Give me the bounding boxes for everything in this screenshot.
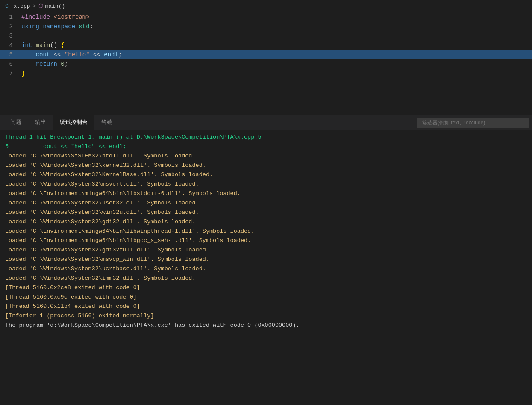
console-line-1: 5 cout << "hello" << endl; [3, 142, 532, 151]
line-num-5: 5 [0, 50, 21, 59]
tab-debug-console[interactable]: 调试控制台 [53, 115, 94, 130]
code-line-1: 1 #include <iostream> [0, 12, 532, 22]
console-line-14: Loaded 'C:\Windows\System32\ucrtbase.dll… [3, 264, 532, 274]
line-num-6: 6 [0, 59, 21, 69]
line-num-3: 3 [0, 31, 21, 41]
breadcrumb-function: main() [45, 3, 65, 9]
console-line-2: Loaded 'C:\Windows\SYSTEM32\ntdll.dll'. … [3, 151, 532, 161]
func-icon: ⬡ [38, 3, 43, 9]
tab-terminal[interactable]: 终端 [94, 115, 119, 130]
code-editor: 1 #include <iostream> 2 using namespace … [0, 12, 532, 115]
panel-tabs: 问题 输出 调试控制台 终端 [0, 115, 532, 130]
breadcrumb-file[interactable]: x.cpp [14, 3, 30, 9]
console-line-4: Loaded 'C:\Windows\System32\KernelBase.d… [3, 170, 532, 180]
line-num-2: 2 [0, 22, 21, 31]
code-line-3: 3 [0, 31, 532, 41]
console-line-7: Loaded 'C:\Windows\System32\user32.dll'.… [3, 198, 532, 208]
console-line-0: Thread 1 hit Breakpoint 1, main () at D:… [3, 133, 532, 142]
filter-input[interactable] [417, 118, 529, 128]
cpp-icon: C⁺ [5, 3, 12, 9]
breadcrumb-sep1: > [33, 3, 36, 9]
code-line-6: 6 return 0; [0, 59, 532, 69]
line-content-5: cout << "hello" << endl; [21, 50, 532, 59]
debug-console[interactable]: Thread 1 hit Breakpoint 1, main () at D:… [0, 130, 532, 403]
code-line-7: 7 } [0, 69, 532, 78]
console-line-13: Loaded 'C:\Windows\System32\msvcp_win.dl… [3, 255, 532, 264]
line-content-1: #include <iostream> [21, 12, 532, 22]
code-line-2: 2 using namespace std; [0, 22, 532, 31]
line-num-1: 1 [0, 12, 21, 22]
console-line-19: [Inferior 1 (process 5160) exited normal… [3, 311, 532, 321]
console-line-18: [Thread 5160.0x11b4 exited with code 0] [3, 302, 532, 311]
console-line-12: Loaded 'C:\Windows\System32\gdi32full.dl… [3, 245, 532, 255]
console-line-16: [Thread 5160.0x2ce8 exited with code 0] [3, 283, 532, 293]
code-line-5: 5 cout << "hello" << endl; [0, 50, 532, 59]
breadcrumb-bar: C⁺ x.cpp > ⬡ main() [0, 0, 532, 12]
console-line-6: Loaded 'C:\Environment\mingw64\bin\libst… [3, 189, 532, 198]
console-line-9: Loaded 'C:\Windows\System32\gdi32.dll'. … [3, 217, 532, 227]
console-line-5: Loaded 'C:\Windows\System32\msvcrt.dll'.… [3, 180, 532, 189]
console-line-15: Loaded 'C:\Windows\System32\imm32.dll'. … [3, 274, 532, 283]
line-num-4: 4 [0, 41, 21, 50]
console-line-17: [Thread 5160.0xc9c exited with code 0] [3, 293, 532, 302]
line-content-7: } [21, 69, 532, 78]
console-line-10: Loaded 'C:\Environment\mingw64\bin\libwi… [3, 227, 532, 236]
tab-output[interactable]: 输出 [28, 115, 53, 130]
console-line-8: Loaded 'C:\Windows\System32\win32u.dll'.… [3, 208, 532, 217]
line-content-2: using namespace std; [21, 22, 532, 31]
line-content-6: return 0; [21, 59, 532, 69]
console-line-3: Loaded 'C:\Windows\System32\kernel32.dll… [3, 161, 532, 170]
tab-issues[interactable]: 问题 [3, 115, 28, 130]
code-line-4: 4 int main() { [0, 41, 532, 50]
line-num-7: 7 [0, 69, 21, 78]
console-line-11: Loaded 'C:\Environment\mingw64\bin\libgc… [3, 236, 532, 245]
line-content-4: int main() { [21, 41, 532, 50]
console-line-20: The program 'd:\WorkSpace\Competition\PT… [3, 321, 532, 330]
